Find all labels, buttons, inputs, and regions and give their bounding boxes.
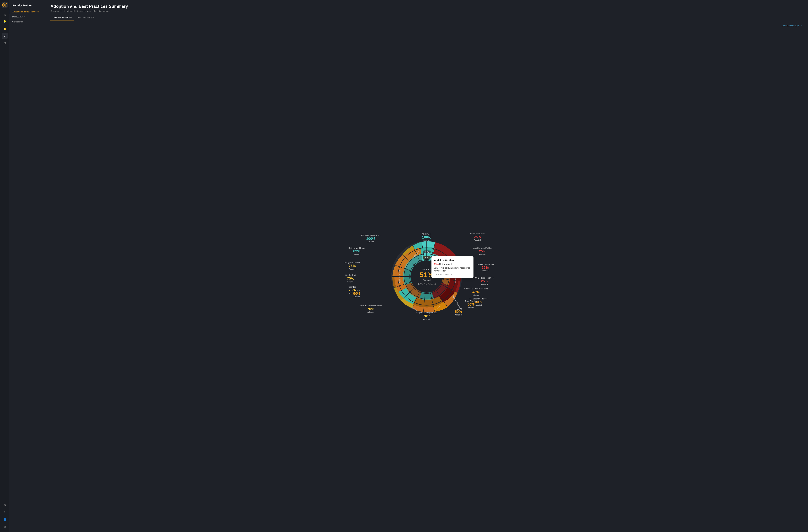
label-ssl-forward: SSL Forward Proxy 89% Adopted [348, 247, 365, 255]
overall-adoption-info-icon[interactable]: i [69, 17, 72, 19]
label-logging: Logging 50% Adopted [455, 307, 462, 316]
bell-nav-icon[interactable]: 🔔 [2, 26, 8, 32]
app-logo[interactable] [2, 2, 8, 8]
center-adopted-label: Adopted [418, 279, 436, 281]
label-wildfire: WildFire Analysis Profiles 70% Adopted [360, 305, 382, 313]
grid-nav-icon[interactable]: ⊞ [2, 40, 8, 46]
label-log-forwarding: Log Forwarding Profiles 75% Adopted [417, 312, 437, 320]
help-nav-icon[interactable]: ? [2, 509, 8, 515]
page-subtitle: Occaecat ad elit anim mollit duis mollit… [51, 10, 803, 12]
label-credential-theft: Credential Theft Prevention 43% Adopted [464, 288, 488, 296]
nav-panel: Security Posture Adoption and Best Pract… [10, 0, 45, 532]
page-title: Adoption and Best Practices Summary [51, 4, 803, 9]
settings-nav-icon[interactable]: ⚙ [2, 502, 8, 508]
label-url-filtering: URL Filtering Profiles 25% Adopted [475, 277, 494, 285]
compass-nav-icon[interactable]: ◎ [2, 12, 8, 17]
main-header: Adoption and Best Practices Summary Occa… [45, 0, 808, 21]
apps-nav-icon[interactable]: ⊞ [2, 524, 8, 529]
chevron-right-icon [800, 24, 803, 27]
tab-bar: Overall Adoption i Best Practices i [51, 15, 803, 21]
nav-item-compliance[interactable]: Compliance [10, 19, 45, 24]
label-antivirus: Antivirus Profiles 25% Adopted [470, 233, 484, 241]
label-service-port: Service/Port 75% Adopted [345, 274, 356, 282]
svg-text:Apps, Users, Ports: Apps, Users, Ports [399, 270, 401, 283]
center-not-adopted-pct: 49% Not-Adopted [418, 282, 436, 286]
tooltip-description: 75% of your policy rules have not adopte… [434, 267, 471, 272]
sidebar: ◎ 💡 🔔 🛡 ⊞ ⚙ ? 👤 ⊞ [0, 0, 10, 532]
nav-item-adoption[interactable]: Adoption and Best Practices [10, 9, 45, 14]
best-practices-info-icon[interactable]: i [91, 17, 94, 19]
label-data-filtering: Data Filtering 50% Adopted [465, 300, 477, 309]
label-ssh-proxy: SSH Proxy 100% Adopted [422, 233, 431, 241]
tooltip-status: 75% Not-Adopted [434, 263, 471, 265]
label-antispyware: Anti-Spyware Profiles 25% Adopted [473, 247, 492, 255]
label-vulnerability: Vulnerability Profiles 25% Adopted [476, 263, 494, 272]
device-group-button[interactable]: All Device Groups [783, 24, 803, 27]
shield-nav-icon[interactable]: 🛡 [2, 33, 8, 39]
tab-best-practices[interactable]: Best Practices i [74, 15, 96, 21]
bulb-nav-icon[interactable]: 💡 [2, 19, 8, 24]
nav-item-policy[interactable]: Policy Advisor [10, 14, 45, 19]
main-content: Adoption and Best Practices Summary Occa… [45, 0, 808, 532]
chart-with-labels: 100% 100% 75% 50% 25% [349, 231, 504, 322]
tab-overall-adoption[interactable]: Overall Adoption i [51, 15, 74, 21]
chart-area: All Device Groups [45, 21, 808, 532]
label-user-ids: User-Ids 75% Adopted [349, 286, 356, 294]
nav-title: Security Posture [10, 3, 45, 9]
tooltip-title: Antivirus Profiles [434, 259, 471, 262]
label-ssl-inbound: SSL Inbound Inspection 100% Adopted [361, 234, 381, 243]
label-decryption-profiles: Decryption Profiles 73% Adopted [344, 261, 360, 270]
tooltip-note: (text TBD from Anitha) [434, 273, 471, 275]
antivirus-tooltip: Antivirus Profiles 75% Not-Adopted 75% o… [431, 256, 474, 278]
user-nav-icon[interactable]: 👤 [2, 516, 8, 522]
